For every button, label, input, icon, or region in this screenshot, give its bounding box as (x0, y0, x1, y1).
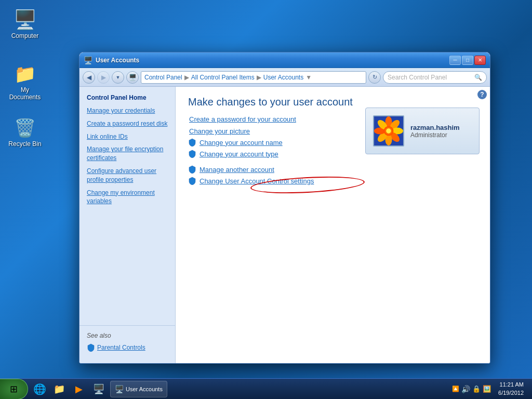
sidebar: Control Panel Home Manage your credentia… (79, 87, 176, 363)
sidebar-see-also: See also Parental Controls (79, 325, 175, 358)
maximize-button[interactable]: □ (462, 56, 473, 65)
sidebar-env-variables[interactable]: Change my environment variables (79, 187, 175, 208)
recycle-bin-icon[interactable]: 🗑️ Recycle Bin (4, 115, 46, 150)
title-bar: 🖥️ User Accounts ─ □ ✕ (79, 52, 490, 68)
breadcrumb-control-panel[interactable]: Control Panel (144, 74, 182, 81)
taskbar: ⊞ 🌐 📁 ▶ 🖥️ 🖥️ User Accounts 🔼 🔊 🔒 🖼️ 11:… (0, 378, 532, 399)
media-icon[interactable]: ▶ (70, 381, 88, 397)
avatar-image (374, 115, 403, 147)
content-area: Control Panel Home Manage your credentia… (79, 87, 490, 363)
dropdown-button[interactable]: ▼ (112, 71, 124, 84)
window-title: User Accounts (96, 57, 448, 64)
taskbar-quick-launch: 🌐 📁 ▶ 🖥️ (28, 379, 110, 399)
control-panel-window: 🖥️ User Accounts ─ □ ✕ ◀ ▶ ▼ 🖥️ Control … (79, 52, 490, 364)
sidebar-password-reset[interactable]: Create a password reset disk (79, 117, 175, 130)
taskbar-tray: 🔼 🔊 🔒 🖼️ 11:21 AM 6/19/2012 (452, 381, 532, 397)
tray-icons: 🔼 🔊 🔒 🖼️ (452, 385, 491, 393)
user-avatar (373, 115, 404, 147)
user-details: razman.hashim Administrator (410, 124, 460, 139)
explorer-icon[interactable]: 📁 (50, 381, 69, 397)
search-placeholder: Search Control Panel (388, 74, 474, 81)
shield-icon (188, 150, 196, 158)
address-bar: ◀ ▶ ▼ 🖥️ Control Panel ▶ All Control Pan… (79, 68, 490, 87)
volume-icon[interactable]: 🔊 (461, 385, 470, 393)
tray-arrow-icon[interactable]: 🔼 (452, 385, 459, 392)
uac-settings-link[interactable]: Change User Account Control settings (188, 177, 477, 185)
sidebar-parental-controls[interactable]: Parental Controls (79, 341, 175, 354)
user-name: razman.hashim (410, 124, 460, 131)
sidebar-advanced-profile[interactable]: Configure advanced user profile properti… (79, 165, 175, 187)
open-window-task[interactable]: 🖥️ User Accounts (110, 381, 167, 397)
breadcrumb-all-items[interactable]: All Control Panel Items (191, 74, 255, 81)
start-button[interactable]: ⊞ (0, 379, 28, 400)
sidebar-file-encryption[interactable]: Manage your file encryption certificates (79, 143, 175, 165)
shield-icon (188, 138, 196, 147)
location-icon: 🖥️ (126, 71, 139, 84)
search-icon: 🔍 (474, 74, 482, 81)
help-button[interactable]: ? (477, 90, 487, 99)
svg-point-10 (386, 128, 391, 133)
refresh-button[interactable]: ↻ (368, 71, 381, 84)
ie-icon[interactable]: 🌐 (30, 381, 49, 397)
user-info-box: razman.hashim Administrator (365, 108, 480, 154)
shield-icon (87, 343, 95, 352)
close-button[interactable]: ✕ (474, 56, 486, 65)
sidebar-link-online-ids[interactable]: Link online IDs (79, 130, 175, 143)
computer-icon[interactable]: 🖥️ Computer (4, 7, 46, 42)
network-icon[interactable]: 🔒 (472, 385, 481, 393)
minimize-button[interactable]: ─ (449, 56, 461, 65)
main-title: Make changes to your user account (188, 96, 477, 108)
manage-another-account-link[interactable]: Manage another account (188, 165, 477, 174)
control-panel-icon[interactable]: 🖥️ (89, 381, 108, 397)
my-documents-icon[interactable]: 📁 My Documents (4, 61, 46, 103)
user-role: Administrator (410, 131, 460, 139)
back-button[interactable]: ◀ (83, 71, 95, 84)
sidebar-home-link[interactable]: Control Panel Home (79, 92, 175, 104)
change-picture-link[interactable]: Change your picture (188, 127, 250, 135)
shield-icon (188, 165, 196, 174)
sidebar-manage-credentials[interactable]: Manage your credentials (79, 104, 175, 117)
shield-icon (188, 177, 196, 185)
breadcrumb-user-accounts[interactable]: User Accounts (263, 74, 303, 81)
main-panel: ? Make changes to your user account (176, 87, 490, 363)
flag-icon[interactable]: 🖼️ (483, 385, 491, 393)
forward-button[interactable]: ▶ (97, 71, 110, 84)
taskbar-clock[interactable]: 11:21 AM 6/19/2012 (494, 381, 528, 397)
search-box[interactable]: Search Control Panel 🔍 (383, 71, 487, 84)
address-breadcrumb[interactable]: Control Panel ▶ All Control Panel Items … (141, 71, 366, 84)
